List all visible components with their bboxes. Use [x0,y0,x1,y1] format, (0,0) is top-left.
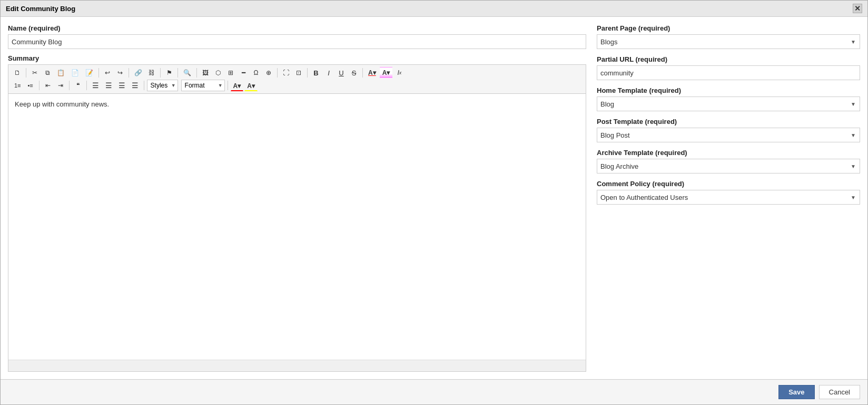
comment-policy-select-wrapper: Open to Authenticated Users Open to All … [597,190,860,205]
dialog-footer: Save Cancel [1,379,867,404]
copy-button[interactable]: ⧉ [42,67,53,79]
home-template-select-wrapper: Blog ▼ [597,97,860,111]
bold-button[interactable]: B [310,67,322,79]
toolbar-row-2: 1≡ •≡ ⇤ ⇥ ❝ ☰ ☰ ☰ ☰ [12,80,583,91]
horiz-rule-button[interactable]: ━ [238,67,249,79]
comment-policy-select[interactable]: Open to Authenticated Users Open to All … [597,190,860,205]
toolbar-sep [98,68,99,78]
toolbar-sep [39,81,40,90]
align-center-button[interactable]: ☰ [103,80,115,91]
maximize-button[interactable]: ⛶ [280,67,292,79]
post-template-field-group: Post Template (required) Blog Post ▼ [597,118,860,142]
toolbar-sep [144,81,144,90]
post-template-select[interactable]: Blog Post [597,128,860,142]
toolbar-sep [277,68,278,78]
partial-url-input[interactable] [597,65,860,80]
toolbar-sep [129,68,129,78]
paste-text-button[interactable]: 📄 [68,67,82,79]
special-char-button[interactable]: Ω [250,67,262,79]
home-template-field-group: Home Template (required) Blog ▼ [597,86,860,111]
toolbar-sep [160,68,161,78]
link-button[interactable]: 🔗 [132,67,145,79]
summary-label: Summary [8,54,586,62]
left-panel: Name (required) Summary 🗋 ✂ ⧉ [8,24,586,372]
blockquote-button[interactable]: ❝ [72,80,84,91]
source-button[interactable]: ⊡ [293,67,304,79]
archive-template-label: Archive Template (required) [597,149,860,157]
styles-dropdown[interactable]: Styles [147,80,178,91]
archive-template-select-wrapper: Blog Archive ▼ [597,159,860,173]
dialog-titlebar: Edit Community Blog ✕ [1,1,867,17]
archive-template-field-group: Archive Template (required) Blog Archive… [597,149,860,173]
outdent-button[interactable]: ⇤ [42,80,54,91]
table-button[interactable]: ⊞ [225,67,236,79]
toolbar-sep [228,81,228,90]
ordered-list-button[interactable]: 1≡ [12,80,24,91]
comment-policy-field-group: Comment Policy (required) Open to Authen… [597,180,860,205]
home-template-select[interactable]: Blog [597,97,860,111]
strikethrough-button[interactable]: S [348,67,360,79]
home-template-label: Home Template (required) [597,86,860,94]
bg-color-2-button[interactable]: A▾ [244,80,258,91]
partial-url-label: Partial URL (required) [597,55,860,63]
summary-field-group: Summary 🗋 ✂ ⧉ 📋 📄 📝 [8,54,586,372]
toolbar-sep [307,68,308,78]
font-color-button[interactable]: A▾ [366,67,379,79]
anchor-button[interactable]: ⚑ [163,67,175,79]
bg-color-button[interactable]: A▾ [380,67,393,79]
font-color-2-button[interactable]: A▾ [231,80,244,91]
indent-button[interactable]: ⇥ [55,80,66,91]
iframe-button[interactable]: ⊕ [263,67,274,79]
post-template-select-wrapper: Blog Post ▼ [597,128,860,142]
redo-button[interactable]: ↪ [114,67,126,79]
underline-button[interactable]: U [336,67,347,79]
parent-page-field-group: Parent Page (required) Blogs ▼ [597,24,860,49]
cancel-button[interactable]: Cancel [819,385,860,399]
right-panel: Parent Page (required) Blogs ▼ Partial U… [597,24,860,372]
editor-text: Keep up with community news. [15,100,579,108]
editor-container: 🗋 ✂ ⧉ 📋 📄 📝 ↩ ↪ 🔗 ⛓ [8,64,586,372]
parent-page-select[interactable]: Blogs [597,34,860,49]
toolbar-sep [86,81,87,90]
name-field-group: Name (required) [8,24,586,49]
styles-dropdown-wrapper[interactable]: Styles ▼ [147,80,178,91]
unlink-button[interactable]: ⛓ [146,67,157,79]
paste-button[interactable]: 📋 [54,67,67,79]
paste-word-button[interactable]: 📝 [83,67,96,79]
align-right-button[interactable]: ☰ [116,80,128,91]
dialog-body: Name (required) Summary 🗋 ✂ ⧉ [1,17,867,379]
comment-policy-label: Comment Policy (required) [597,180,860,188]
flash-button[interactable]: ⬡ [212,67,224,79]
name-label: Name (required) [8,24,586,32]
format-dropdown[interactable]: Format Heading 1 Heading 2 Paragraph [181,80,225,91]
name-input[interactable] [8,34,586,49]
toolbar-sep [26,68,26,78]
post-template-label: Post Template (required) [597,118,860,126]
cut-button[interactable]: ✂ [29,67,41,79]
find-button[interactable]: 🔍 [181,67,194,79]
toolbar-sep [196,68,197,78]
editor-statusbar [8,360,586,371]
close-button[interactable]: ✕ [853,4,862,13]
italic-button[interactable]: I [323,67,334,79]
editor-content-area[interactable]: Keep up with community news. [8,94,586,360]
partial-url-field-group: Partial URL (required) [597,55,860,80]
save-button[interactable]: Save [778,385,814,399]
archive-template-select[interactable]: Blog Archive [597,159,860,173]
dialog-title: Edit Community Blog [6,5,75,13]
editor-toolbar: 🗋 ✂ ⧉ 📋 📄 📝 ↩ ↪ 🔗 ⛓ [8,65,586,94]
new-doc-button[interactable]: 🗋 [12,67,23,79]
toolbar-sep [69,81,70,90]
undo-button[interactable]: ↩ [102,67,113,79]
unordered-list-button[interactable]: •≡ [25,80,36,91]
image-button[interactable]: 🖼 [200,67,211,79]
toolbar-sep [362,68,363,78]
align-left-button[interactable]: ☰ [90,80,102,91]
format-dropdown-wrapper[interactable]: Format Heading 1 Heading 2 Paragraph ▼ [181,80,225,91]
toolbar-row-1: 🗋 ✂ ⧉ 📋 📄 📝 ↩ ↪ 🔗 ⛓ [12,67,583,79]
edit-community-blog-dialog: Edit Community Blog ✕ Name (required) Su… [0,0,868,405]
toolbar-sep [177,68,178,78]
align-justify-button[interactable]: ☰ [129,80,141,91]
parent-page-select-wrapper: Blogs ▼ [597,34,860,49]
remove-format-button[interactable]: Ix [393,67,405,79]
